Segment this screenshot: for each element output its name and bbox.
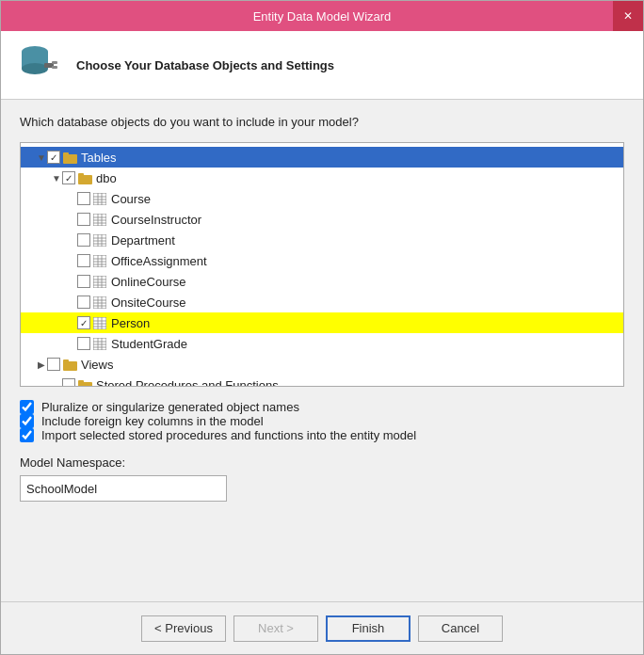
tree-label-studentgrade: StudentGrade (111, 337, 187, 351)
svg-rect-22 (93, 234, 106, 247)
prev-button[interactable]: < Previous (141, 615, 226, 642)
tree-label-tables: Tables (81, 151, 117, 165)
folder-icon-tables (63, 151, 78, 164)
close-button[interactable]: ✕ (613, 1, 643, 31)
cancel-button[interactable]: Cancel (418, 615, 503, 642)
svg-rect-52 (93, 338, 106, 350)
tree-label-person: Person (111, 316, 150, 330)
svg-rect-59 (63, 359, 69, 363)
table-icon-courseinstructor (93, 213, 108, 226)
checkbox-label-storedproc: Import selected stored procedures and fu… (41, 428, 416, 442)
next-button[interactable]: Next > (233, 615, 318, 642)
tree-item-course[interactable]: Course (21, 188, 623, 209)
tree-label-stored_procedures: Stored Procedures and Functions (96, 378, 279, 388)
tree-checkbox-studentgrade[interactable] (77, 337, 90, 350)
tree-checkbox-stored_procedures[interactable] (62, 378, 75, 387)
svg-rect-28 (93, 255, 106, 267)
table-icon-person (93, 316, 108, 329)
table-icon-onlinecourse (93, 275, 108, 288)
tree-label-onlinecourse: OnlineCourse (111, 275, 186, 289)
tree-item-onlinecourse[interactable]: OnlineCourse (21, 271, 623, 292)
tree-checkbox-tables[interactable]: ✓ (47, 151, 60, 164)
question-label: Which database objects do you want to in… (20, 115, 624, 129)
table-icon-department (93, 233, 108, 247)
tree-container[interactable]: ▼✓ Tables▼✓ dbo Course CourseInstructor (20, 142, 624, 387)
tree-item-tables[interactable]: ▼✓ Tables (21, 147, 623, 168)
checkbox-pluralize[interactable] (20, 400, 34, 414)
tree-item-stored_procedures[interactable]: Stored Procedures and Functions (21, 375, 623, 387)
tree-label-department: Department (111, 233, 175, 248)
tree-item-courseinstructor[interactable]: CourseInstructor (21, 209, 623, 230)
expand-arrow-views[interactable]: ▶ (36, 359, 47, 370)
database-icon (16, 42, 61, 88)
tree-checkbox-dbo[interactable]: ✓ (62, 171, 75, 184)
checkboxes-section: Pluralize or singularize generated objec… (20, 400, 624, 442)
svg-rect-4 (52, 61, 57, 64)
folder-icon-dbo (78, 171, 93, 184)
tree-item-studentgrade[interactable]: StudentGrade (21, 333, 623, 354)
namespace-input[interactable] (20, 475, 227, 502)
tree-checkbox-course[interactable] (77, 192, 90, 205)
table-icon-studentgrade (93, 337, 108, 350)
tree-label-course: Course (111, 192, 151, 206)
footer: < Previous Next > Finish Cancel (1, 601, 643, 654)
tree-label-officeassignment: OfficeAssignment (111, 254, 207, 268)
checkbox-label-pluralize: Pluralize or singularize generated objec… (41, 400, 299, 414)
checkbox-row-pluralize: Pluralize or singularize generated objec… (20, 400, 624, 414)
tree-item-department[interactable]: Department (21, 230, 623, 250)
tree-checkbox-onlinecourse[interactable] (77, 275, 90, 288)
tree-item-officeassignment[interactable]: OfficeAssignment (21, 250, 623, 271)
tree-item-person[interactable]: ✓ Person (21, 312, 623, 333)
tree-label-views: Views (81, 358, 113, 372)
svg-rect-9 (78, 173, 84, 177)
tree-checkbox-department[interactable] (77, 233, 90, 247)
svg-rect-46 (93, 317, 106, 329)
table-icon-officeassignment (93, 254, 108, 267)
tree-label-courseinstructor: CourseInstructor (111, 213, 201, 227)
tree-inner: ▼✓ Tables▼✓ dbo Course CourseInstructor (21, 143, 623, 387)
checkbox-storedproc[interactable] (20, 428, 34, 442)
svg-rect-5 (52, 66, 57, 69)
svg-rect-10 (93, 193, 106, 205)
svg-point-2 (22, 63, 48, 74)
expand-arrow-dbo[interactable]: ▼ (51, 173, 62, 184)
tree-label-onsitecourse: OnsiteCourse (111, 296, 185, 310)
table-icon-course (93, 192, 108, 205)
checkbox-label-foreignkey: Include foreign key columns in the model (41, 414, 264, 428)
tree-checkbox-person[interactable]: ✓ (77, 316, 90, 329)
namespace-section: Model Namespace: (20, 455, 624, 502)
content-area: Which database objects do you want to in… (1, 100, 643, 601)
title-bar: Entity Data Model Wizard ✕ (1, 1, 643, 31)
wizard-window: Entity Data Model Wizard ✕ Choose Your D… (0, 0, 644, 655)
tree-checkbox-officeassignment[interactable] (77, 254, 90, 267)
checkbox-foreignkey[interactable] (20, 414, 34, 428)
checkbox-row-foreignkey: Include foreign key columns in the model (20, 414, 624, 428)
header-title: Choose Your Database Objects and Setting… (76, 58, 334, 72)
table-icon-onsitecourse (93, 296, 108, 309)
tree-item-dbo[interactable]: ▼✓ dbo (21, 168, 623, 188)
tree-checkbox-views[interactable] (47, 358, 60, 371)
svg-rect-40 (93, 296, 106, 309)
folder-icon-stored_procedures (78, 378, 93, 387)
tree-label-dbo: dbo (96, 171, 117, 185)
tree-item-views[interactable]: ▶ Views (21, 354, 623, 375)
svg-rect-34 (93, 276, 106, 288)
tree-checkbox-courseinstructor[interactable] (77, 213, 90, 226)
checkbox-row-storedproc: Import selected stored procedures and fu… (20, 428, 624, 442)
svg-rect-16 (93, 214, 106, 226)
finish-button[interactable]: Finish (326, 615, 411, 642)
svg-rect-7 (63, 152, 69, 156)
tree-item-onsitecourse[interactable]: OnsiteCourse (21, 292, 623, 312)
window-title: Entity Data Model Wizard (253, 9, 392, 24)
namespace-label: Model Namespace: (20, 455, 624, 470)
header-section: Choose Your Database Objects and Setting… (1, 31, 643, 100)
folder-icon-views (63, 358, 78, 371)
expand-arrow-tables[interactable]: ▼ (36, 152, 47, 163)
tree-checkbox-onsitecourse[interactable] (77, 296, 90, 309)
svg-rect-61 (78, 380, 84, 384)
